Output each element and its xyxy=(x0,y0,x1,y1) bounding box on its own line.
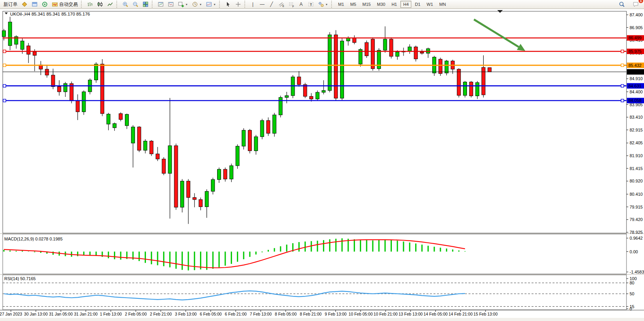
time-tick-label: 14 Feb 05:00 xyxy=(423,312,447,316)
fibonacci-tool-icon[interactable]: F xyxy=(286,0,297,9)
timeframe-button-m15[interactable]: M15 xyxy=(360,1,373,8)
new-order-button[interactable]: 新订单 xyxy=(2,0,19,9)
line-handle[interactable] xyxy=(621,99,624,102)
line-handle[interactable] xyxy=(621,50,624,53)
tile-windows-icon-icon xyxy=(142,1,149,7)
candlestick-type-icon[interactable] xyxy=(95,0,105,9)
shapes-tool-icon xyxy=(318,1,324,7)
candle xyxy=(223,169,227,179)
timeframe-button-m30[interactable]: M30 xyxy=(374,1,388,8)
trendline-tool[interactable]: ╱ xyxy=(267,0,276,9)
line-handle[interactable] xyxy=(3,50,6,53)
template-button[interactable]: ▼ xyxy=(204,0,218,9)
time-tick-label: 7 Feb 13:00 xyxy=(250,312,272,316)
candle xyxy=(100,64,104,114)
crosshair-icon[interactable] xyxy=(233,0,243,9)
candle xyxy=(469,82,473,96)
zoom-in-icon-icon xyxy=(122,1,128,7)
svg-text:E: E xyxy=(283,5,284,7)
charts-window-icon[interactable] xyxy=(30,0,40,9)
toolbar-separator xyxy=(331,1,334,8)
price-badge-label: 85.176 xyxy=(628,70,642,74)
svg-text:UKOil-,H4 85.341 85.341 85.17: UKOil-,H4 85.341 85.341 85.170 85.176 xyxy=(10,12,90,16)
price-tick-label: 86.905 xyxy=(630,25,643,30)
new-order-button-label: 新订单 xyxy=(4,1,18,8)
cursor-icon[interactable] xyxy=(223,0,233,9)
candle xyxy=(439,59,442,74)
candle xyxy=(273,115,276,133)
candle xyxy=(137,127,141,150)
profile-chart2-icon[interactable] xyxy=(166,0,176,9)
shapes-tool-button[interactable]: ▼ xyxy=(316,0,330,9)
horizontal-line-tool[interactable]: — xyxy=(258,0,267,9)
notifications-button[interactable]: 1 xyxy=(631,0,641,9)
search-button[interactable] xyxy=(617,0,627,9)
time-tick-label: 10 Feb 21:00 xyxy=(374,312,398,316)
rsi-tick-label: 0 xyxy=(630,307,632,311)
rsi-tick-label: 80 xyxy=(630,281,634,285)
candle xyxy=(150,141,153,154)
candle xyxy=(174,146,178,207)
chevron-down-icon: ▼ xyxy=(199,3,202,6)
add-indicator-button[interactable]: ▼ xyxy=(176,0,190,9)
price-badge-label: 86.499 xyxy=(628,35,642,40)
label-tool-icon[interactable]: T xyxy=(306,0,316,9)
candle xyxy=(414,47,418,59)
tile-windows-icon[interactable] xyxy=(140,0,151,9)
time-tick-label: 9 Feb 13:00 xyxy=(325,312,347,316)
candle xyxy=(76,101,79,112)
bar-chart-type-icon-icon xyxy=(87,1,93,7)
market-watch-icon[interactable] xyxy=(19,0,30,9)
text-tool[interactable]: A xyxy=(297,0,306,9)
candle xyxy=(168,146,172,173)
price-tick-label: 78.925 xyxy=(630,230,643,235)
price-tick-label: 81.910 xyxy=(630,153,643,158)
channel-tool-icon[interactable]: E xyxy=(276,0,286,9)
price-tick-label: 84.910 xyxy=(630,76,643,81)
time-tick-label: 31 Jan 21:00 xyxy=(74,312,98,316)
candle xyxy=(248,130,252,151)
period-button[interactable]: ▼ xyxy=(190,0,204,9)
bar-chart-type-icon[interactable] xyxy=(85,0,95,9)
price-tick-label: 79.915 xyxy=(630,205,643,209)
toolbar-separator xyxy=(244,1,247,8)
profile-chart-icon[interactable] xyxy=(156,0,166,9)
price-tick-label: 80.410 xyxy=(630,192,643,196)
signal-icon-icon xyxy=(42,1,48,7)
candle xyxy=(260,121,264,137)
add-indicator-icon xyxy=(178,1,184,7)
candle xyxy=(445,61,448,73)
line-handle[interactable] xyxy=(3,84,6,87)
line-handle[interactable] xyxy=(3,99,6,102)
chevron-down-icon: ▼ xyxy=(325,3,328,6)
timeframe-button-h1[interactable]: H1 xyxy=(389,1,400,8)
time-tick-label: 27 Jan 2023 xyxy=(0,312,22,316)
horizontal-line-tool-glyph: — xyxy=(260,2,265,7)
price-badge-label: 85.432 xyxy=(628,63,642,68)
timeframe-button-m5[interactable]: M5 xyxy=(347,1,359,8)
candle xyxy=(21,41,24,49)
autotrade-button[interactable]: 自动交易 xyxy=(50,0,80,9)
vertical-line-tool[interactable]: | xyxy=(248,0,258,9)
line-handle[interactable] xyxy=(3,64,6,67)
timeframe-button-mn[interactable]: MN xyxy=(437,1,449,8)
chevron-down-icon: ▼ xyxy=(185,3,188,6)
zoom-in-icon[interactable] xyxy=(120,0,130,9)
chart-canvas[interactable]: UKOil-,H4 85.341 85.341 85.170 85.17687.… xyxy=(0,0,644,321)
trendline-tool-glyph: ╱ xyxy=(269,2,274,7)
candle xyxy=(457,69,461,95)
timeframe-button-m1[interactable]: M1 xyxy=(335,1,347,8)
toolbar-separator xyxy=(152,1,154,8)
candle xyxy=(144,141,147,151)
timeframe-button-h4[interactable]: H4 xyxy=(400,1,411,8)
timeframe-button-d1[interactable]: D1 xyxy=(412,1,423,8)
price-tick-label: 80.920 xyxy=(630,179,643,183)
line-chart-type-icon[interactable] xyxy=(105,0,115,9)
timeframe-button-w1[interactable]: W1 xyxy=(424,1,436,8)
line-handle[interactable] xyxy=(621,64,624,67)
candle xyxy=(420,52,424,53)
zoom-out-icon[interactable] xyxy=(130,0,140,9)
signal-icon[interactable] xyxy=(40,0,50,9)
line-handle[interactable] xyxy=(621,84,624,87)
candle xyxy=(131,127,135,143)
